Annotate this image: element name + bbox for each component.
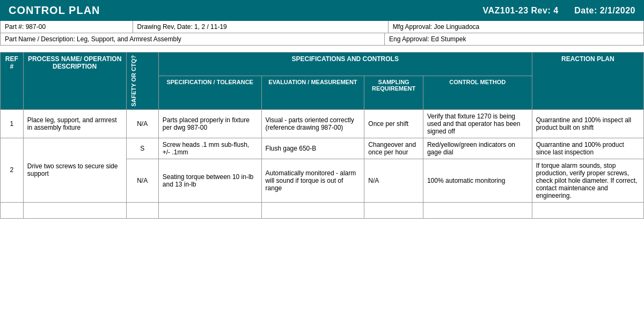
sampling-cell-empty (364, 202, 423, 218)
col-safety: SAFETY OR CTQ? (126, 53, 158, 110)
table-header-top: REF # PROCESS NAME/ OPERATION DESCRIPTIO… (1, 53, 644, 76)
control-cell: Verify that fixture 1270 is being used a… (423, 109, 532, 138)
doc-date: Date: 2/1/2020 (574, 6, 635, 15)
col-process: PROCESS NAME/ OPERATION DESCRIPTION (23, 53, 126, 110)
col-control: CONTROL METHOD (423, 76, 532, 109)
page: CONTROL PLAN VAZ101-23 Rev: 4 Date: 2/1/… (0, 0, 644, 219)
part-number-cell: Part #: 987-00 (1, 21, 133, 33)
col-ref: REF # (1, 53, 24, 110)
process-cell-empty (23, 202, 126, 218)
safety-cell-empty (126, 202, 158, 218)
eval-cell-empty (261, 202, 364, 218)
doc-id: VAZ101-23 Rev: 4 (482, 6, 558, 15)
col-spec-tol: SPECIFICATION / TOLERANCE (158, 76, 261, 109)
reaction-cell-empty (532, 202, 643, 218)
col-sampling: SAMPLING REQUIREMENT (364, 76, 423, 109)
safety-cell: S (126, 138, 158, 159)
safety-cell: N/A (126, 109, 158, 138)
reaction-cell: Quarrantine and 100% product since last … (532, 138, 643, 159)
sampling-cell: Once per shift (364, 109, 423, 138)
eval-cell: Flush gage 650-B (261, 138, 364, 159)
page-title: CONTROL PLAN (9, 4, 100, 17)
control-cell-empty (423, 202, 532, 218)
col-reaction: REACTION PLAN (532, 53, 643, 110)
spec-cell: Screw heads .1 mm sub-flush, +/- .1mm (158, 138, 261, 159)
eng-approval-cell: Eng Approval: Ed Stumpek (385, 33, 643, 45)
reaction-cell: Quarrantine and 100% inspect all product… (532, 109, 643, 138)
eval-cell: Automatically monitored - alarm will sou… (261, 159, 364, 202)
control-plan-table: REF # PROCESS NAME/ OPERATION DESCRIPTIO… (0, 52, 644, 219)
control-cell: 100% automatic monitoring (423, 159, 532, 202)
reaction-cell: If torque alarm sounds, stop production,… (532, 159, 643, 202)
ref-cell-empty (1, 202, 24, 218)
doc-info: VAZ101-23 Rev: 4 Date: 2/1/2020 (482, 6, 635, 16)
sampling-cell: N/A (364, 159, 423, 202)
process-cell: Place leg, support, and armrest in assem… (23, 109, 126, 138)
mfg-approval-cell: Mfg Approval: Joe Linguadoca (389, 21, 643, 33)
info-row-2: Part Name / Description: Leg, Support, a… (1, 33, 643, 45)
sampling-cell: Changeover and once per hour (364, 138, 423, 159)
table-body: 1 Place leg, support, and armrest in ass… (1, 109, 644, 218)
spec-cell-empty (158, 202, 261, 218)
eval-cell: Visual - parts oriented correctly (refer… (261, 109, 364, 138)
table-row: 2 Drive two screws to secure side suppor… (1, 138, 644, 159)
spec-cell: Parts placed properly in fixture per dwg… (158, 109, 261, 138)
safety-cell: N/A (126, 159, 158, 202)
table-row-empty (1, 202, 644, 218)
spec-cell: Seating torque between 10 in-lb and 13 i… (158, 159, 261, 202)
table-row: 1 Place leg, support, and armrest in ass… (1, 109, 644, 138)
header-bar: CONTROL PLAN VAZ101-23 Rev: 4 Date: 2/1/… (0, 0, 644, 21)
control-cell: Red/yellow/green indicators on gage dial (423, 138, 532, 159)
info-section: Part #: 987-00 Drawing Rev, Date: 1, 2 /… (0, 21, 644, 46)
info-row-1: Part #: 987-00 Drawing Rev, Date: 1, 2 /… (1, 21, 643, 33)
process-cell: Drive two screws to secure side support (23, 138, 126, 202)
col-specs-group: SPECIFICATIONS AND CONTROLS (158, 53, 532, 76)
ref-cell: 2 (1, 138, 24, 202)
part-name-cell: Part Name / Description: Leg, Support, a… (1, 33, 385, 45)
drawing-rev-cell: Drawing Rev, Date: 1, 2 / 11-19 (133, 21, 389, 33)
col-eval: EVALUATION / MEASUREMENT (261, 76, 364, 109)
ref-cell: 1 (1, 109, 24, 138)
